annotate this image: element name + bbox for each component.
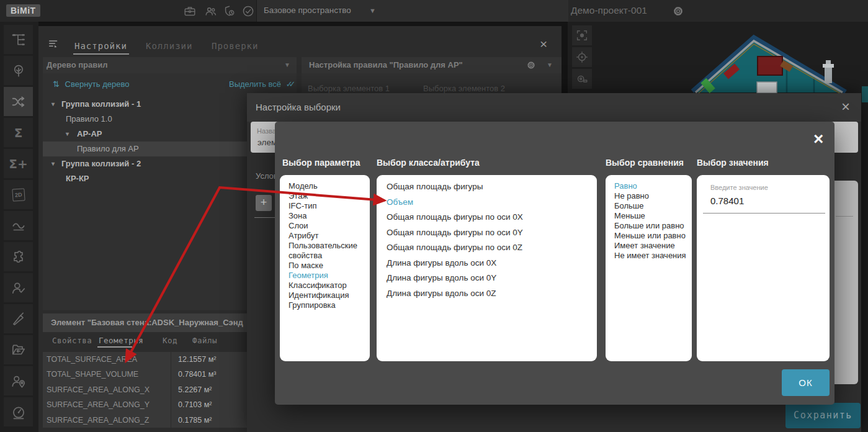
comparison-option[interactable]: Меньше или равно <box>614 231 688 241</box>
attribute-option[interactable]: Общая площадь фигуры <box>387 179 592 195</box>
parameter-option[interactable]: Атрибут <box>289 231 365 241</box>
sidebar-item-sum-add[interactable]: Σ+ <box>4 149 33 178</box>
picker-close-icon[interactable]: × <box>813 130 823 148</box>
caret-down-icon[interactable]: ▾ <box>51 156 55 171</box>
sidebar-item-collisions[interactable] <box>4 87 33 116</box>
workspace-dropdown-icon[interactable]: ▼ <box>369 7 376 14</box>
check-circle-icon[interactable] <box>241 4 255 18</box>
tab-collisions[interactable]: Коллизии <box>146 41 192 51</box>
comparison-option[interactable]: Не имеет значения <box>614 251 688 261</box>
collapse-menu-icon[interactable] <box>47 37 61 51</box>
attribute-picker-dialog: × Выбор параметра Выбор класса/атрибута … <box>275 122 834 405</box>
property-value: 12.1557 м² <box>178 352 216 367</box>
attribute-option-selected[interactable]: Объем <box>387 195 592 210</box>
sidebar-item-user-check[interactable] <box>4 273 33 302</box>
tab-properties[interactable]: Свойства <box>52 336 92 345</box>
parameter-column-header: Выбор параметра <box>282 158 360 168</box>
panel-close-icon[interactable]: × <box>540 37 547 50</box>
add-condition-button[interactable]: + <box>256 195 272 211</box>
sidebar-item-chart[interactable] <box>4 211 33 240</box>
rule-settings-gear-icon[interactable] <box>526 60 537 71</box>
parameter-option[interactable]: Пользовательские свойства <box>289 241 365 261</box>
parameter-option[interactable]: Идентификация <box>289 290 365 300</box>
parameter-option[interactable]: Слои <box>289 221 365 231</box>
parameter-option[interactable]: Этаж <box>289 191 365 201</box>
value-column-header: Выбор значения <box>697 158 769 168</box>
modal-title: Настройка выборки <box>256 102 341 112</box>
sidebar-item-user-location[interactable] <box>4 366 33 395</box>
input-underline <box>703 213 825 214</box>
tab-selection-1[interactable]: Выборка элементов 1 <box>308 84 390 93</box>
select-all-button[interactable]: Выделить всё ✓✓ <box>229 79 292 89</box>
attribute-option[interactable]: Длина фигуры вдоль оси 0Y <box>387 271 592 286</box>
gauge-icon <box>11 404 27 420</box>
rules-tree-header[interactable]: Дерево правил ▼ <box>43 57 297 73</box>
parameter-option-selected[interactable]: Геометрия <box>289 271 365 281</box>
value-input-label: Введите значение <box>710 184 768 191</box>
comparison-option-selected[interactable]: Равно <box>614 181 688 191</box>
parameter-option[interactable]: Группировка <box>289 300 365 310</box>
tab-settings[interactable]: Настройки <box>74 41 127 51</box>
parameter-option[interactable]: Классификатор <box>289 281 365 290</box>
modal-close-icon[interactable]: × <box>841 99 850 114</box>
caret-down-icon[interactable]: ▾ <box>51 97 55 112</box>
comparison-option[interactable]: Не равно <box>614 191 688 201</box>
tab-geometry[interactable]: Геометрия <box>99 336 143 345</box>
tab-code[interactable]: Код <box>163 336 177 345</box>
caret-down-icon[interactable]: ▾ <box>66 127 69 142</box>
comparison-option[interactable]: Меньше <box>614 211 688 221</box>
trowel-icon <box>11 311 27 327</box>
sidebar-item-trowel[interactable] <box>4 304 33 333</box>
property-value: 0.1785 м² <box>178 413 212 428</box>
class-attribute-column-header: Выбор класса/атрибута <box>377 158 480 168</box>
parameter-option[interactable]: По маске <box>289 261 365 271</box>
tree-icon <box>11 63 27 79</box>
collisions-shuffle-icon <box>10 93 27 110</box>
property-key: TOTAL_SHAPE_VOLUME <box>47 367 138 382</box>
viewport-tool-fit[interactable] <box>572 25 592 45</box>
sidebar-item-landscape[interactable] <box>4 56 33 85</box>
sidebar-item-plugins[interactable] <box>4 242 33 271</box>
parameter-option[interactable]: Модель <box>289 181 365 191</box>
attribute-option[interactable]: Общая площадь фигуры по оси 0Z <box>387 240 592 256</box>
sidebar-item-folder-share[interactable] <box>4 335 33 364</box>
collapse-tree-button[interactable]: ⇅ Свернуть дерево <box>53 79 129 89</box>
shield-clock-icon[interactable] <box>223 4 236 18</box>
viewport-tool-target[interactable] <box>572 47 592 67</box>
attribute-option[interactable]: Длина фигуры вдоль оси 0X <box>387 256 592 271</box>
plus-icon: + <box>261 196 267 209</box>
user-check-icon <box>11 280 27 296</box>
tab-checks[interactable]: Проверки <box>212 41 258 51</box>
attribute-option[interactable]: Общая площадь фигуры по оси 0Y <box>387 225 592 241</box>
parameter-option[interactable]: IFC-тип <box>289 201 365 211</box>
ok-button[interactable]: ОК <box>782 369 830 396</box>
rule-settings-collapse-icon[interactable]: ▼ <box>547 57 553 73</box>
attribute-option[interactable]: Общая площадь фигуры по оси 0X <box>387 210 592 225</box>
viewport-tool-measure[interactable] <box>572 69 592 89</box>
comparison-option[interactable]: Больше <box>614 201 688 211</box>
attribute-option[interactable]: Длина фигуры вдоль оси 0Z <box>387 286 592 302</box>
save-button[interactable]: Сохранить <box>785 403 861 428</box>
rules-tree-collapse-icon[interactable]: ▼ <box>284 57 290 73</box>
tab-selection-2[interactable]: Выборка элементов 2 <box>423 84 505 93</box>
comparison-option[interactable]: Имеет значение <box>614 241 688 251</box>
value-input[interactable]: 0.78401 <box>710 196 744 206</box>
parameter-option[interactable]: Зона <box>289 211 365 221</box>
parameter-list: Модель Этаж IFC-тип Зона Слои Атрибут По… <box>280 175 370 361</box>
tab-files[interactable]: Файлы <box>192 336 217 345</box>
workspace-selector[interactable]: Базовое пространство <box>264 6 351 15</box>
value-box: Введите значение 0.78401 <box>697 175 830 361</box>
rule-settings-header[interactable]: Настройка правила "Правило для АР" ▼ <box>302 57 562 73</box>
project-title: Демо-проект-001 <box>571 5 647 16</box>
comparison-option[interactable]: Больше или равно <box>614 221 688 231</box>
sidebar-item-gauge[interactable] <box>4 397 33 426</box>
sidebar-item-sum[interactable]: Σ <box>4 118 33 147</box>
sidebar-item-model-tree[interactable] <box>4 25 33 54</box>
team-icon[interactable] <box>204 4 218 18</box>
project-settings-gear-icon[interactable] <box>671 4 685 18</box>
name-field-value: элем <box>257 138 277 147</box>
sidebar-item-2d[interactable]: 2D <box>4 180 33 209</box>
divider <box>836 216 853 217</box>
briefcase-icon[interactable] <box>183 4 197 18</box>
active-tab-underline <box>97 346 132 348</box>
